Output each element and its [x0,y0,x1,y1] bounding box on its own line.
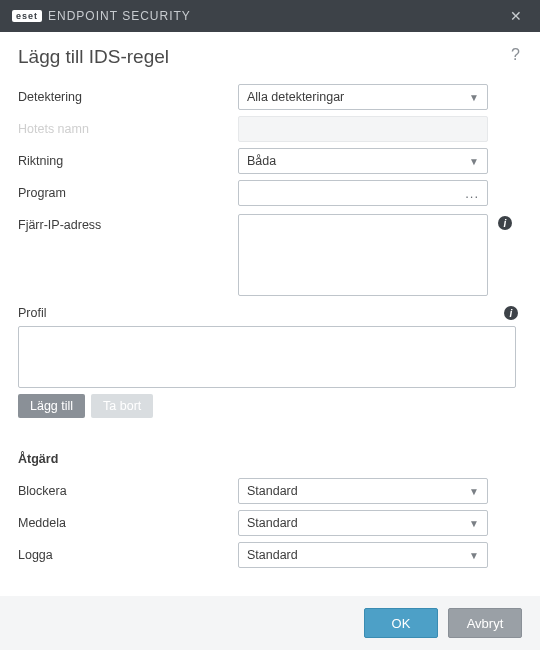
info-icon: i [504,218,507,229]
select-detektering[interactable]: Alla detekteringar ▼ [238,84,488,110]
select-riktning-value: Båda [247,154,276,168]
add-profile-button[interactable]: Lägg till [18,394,85,418]
label-program: Program [18,186,238,200]
select-meddela-value: Standard [247,516,298,530]
brand-badge: eset [12,10,42,22]
label-hotets-namn: Hotets namn [18,122,238,136]
label-blockera: Blockera [18,484,238,498]
brand-text: ENDPOINT SECURITY [48,9,191,23]
label-logga: Logga [18,548,238,562]
page-title: Lägg till IDS-regel [18,46,522,68]
chevron-down-icon: ▼ [469,156,479,167]
app-logo: eset ENDPOINT SECURITY [12,9,191,23]
input-program[interactable]: ... [238,180,488,206]
info-profil-button[interactable]: i [504,306,518,320]
row-riktning: Riktning Båda ▼ [18,146,522,176]
chevron-down-icon: ▼ [469,518,479,529]
info-fjarr-ip-button[interactable]: i [498,216,512,230]
label-detektering: Detektering [18,90,238,104]
select-blockera-value: Standard [247,484,298,498]
row-logga: Logga Standard ▼ [18,540,522,570]
listbox-profil[interactable] [18,326,516,388]
ok-button[interactable]: OK [364,608,438,638]
section-atgard: Åtgärd Blockera Standard ▼ Meddela Stand… [18,452,522,570]
help-button[interactable]: ? [511,46,520,64]
row-meddela: Meddela Standard ▼ [18,508,522,538]
label-fjarr-ip: Fjärr-IP-adress [18,214,238,232]
row-hotets-namn: Hotets namn [18,114,522,144]
row-blockera: Blockera Standard ▼ [18,476,522,506]
label-meddela: Meddela [18,516,238,530]
window-close-button[interactable]: ✕ [500,0,532,32]
select-logga[interactable]: Standard ▼ [238,542,488,568]
select-riktning[interactable]: Båda ▼ [238,148,488,174]
input-hotets-namn [238,116,488,142]
titlebar: eset ENDPOINT SECURITY ✕ [0,0,540,32]
dialog-footer: OK Avbryt [0,596,540,650]
heading-atgard: Åtgärd [18,452,522,466]
profil-buttons: Lägg till Ta bort [18,394,522,418]
help-icon: ? [511,46,520,63]
label-profil: Profil [18,306,46,320]
dialog-content: Lägg till IDS-regel ? Detektering Alla d… [0,32,540,570]
row-fjarr-ip: Fjärr-IP-adress i [18,214,522,296]
row-program: Program ... [18,178,522,208]
select-meddela[interactable]: Standard ▼ [238,510,488,536]
chevron-down-icon: ▼ [469,486,479,497]
cancel-button[interactable]: Avbryt [448,608,522,638]
browse-program-button[interactable]: ... [465,186,479,201]
remove-profile-button: Ta bort [91,394,153,418]
close-icon: ✕ [510,8,522,24]
section-profil: Profil i Lägg till Ta bort [18,306,522,418]
select-logga-value: Standard [247,548,298,562]
info-icon: i [510,308,513,319]
row-detektering: Detektering Alla detekteringar ▼ [18,82,522,112]
textarea-fjarr-ip[interactable] [238,214,488,296]
chevron-down-icon: ▼ [469,92,479,103]
select-blockera[interactable]: Standard ▼ [238,478,488,504]
label-riktning: Riktning [18,154,238,168]
select-detektering-value: Alla detekteringar [247,90,344,104]
chevron-down-icon: ▼ [469,550,479,561]
